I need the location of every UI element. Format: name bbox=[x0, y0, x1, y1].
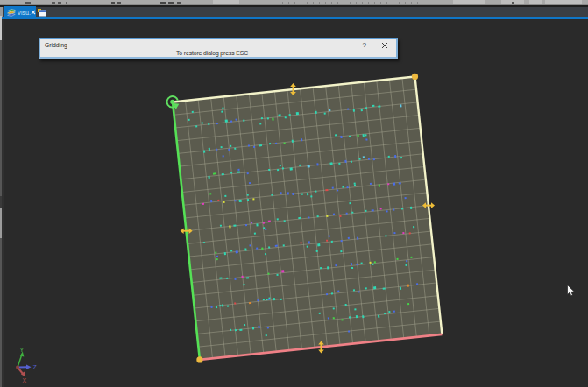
svg-text:Y: Y bbox=[20, 347, 25, 353]
svg-text:Z: Z bbox=[33, 364, 38, 370]
svg-text:X: X bbox=[23, 377, 27, 383]
